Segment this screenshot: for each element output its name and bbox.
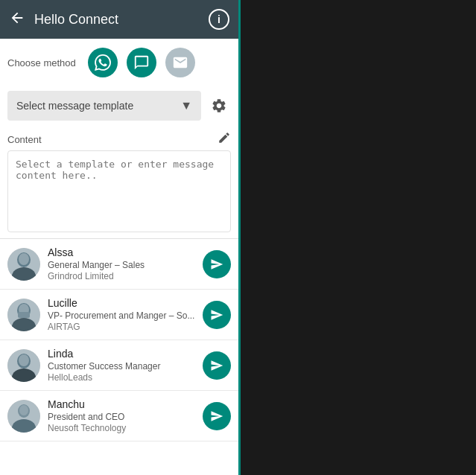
- avatar: [7, 349, 40, 382]
- contact-item: Linda Customer Success Manager HelloLead…: [0, 340, 238, 391]
- contact-info: Linda Customer Success Manager HelloLead…: [48, 348, 195, 383]
- choose-method-label: Choose method: [7, 57, 76, 68]
- contact-item: Manchu President and CEO Neusoft Technol…: [0, 391, 238, 441]
- svg-point-16: [19, 405, 28, 415]
- app-panel: Hello Connect i Choose method Select mes…: [0, 0, 238, 475]
- contact-company: Neusoft Technology: [48, 423, 195, 433]
- contact-role: General Manger – Sales: [48, 260, 195, 270]
- contact-info: Lucille VP- Procurement and Manger – So.…: [48, 297, 195, 332]
- contact-company: AIRTAG: [48, 322, 195, 332]
- method-icons: [88, 48, 195, 77]
- contact-info: Alssa General Manger – Sales Grindrod Li…: [48, 246, 195, 281]
- contact-company: Grindrod Limited: [48, 271, 195, 281]
- template-row: Select message template ▼: [0, 86, 238, 125]
- back-button[interactable]: [9, 10, 25, 30]
- email-button[interactable]: [165, 48, 195, 77]
- contact-role: Customer Success Manager: [48, 361, 195, 372]
- contact-info: Manchu President and CEO Neusoft Technol…: [48, 398, 195, 433]
- contact-name: Lucille: [48, 297, 195, 309]
- content-header: Content: [0, 125, 238, 150]
- svg-point-12: [19, 354, 29, 366]
- header: Hello Connect i: [0, 0, 238, 39]
- contact-name: Alssa: [48, 246, 195, 258]
- avatar: [7, 400, 40, 433]
- contact-role: President and CEO: [48, 412, 195, 422]
- content-label: Content: [7, 134, 42, 145]
- template-dropdown[interactable]: Select message template ▼: [7, 91, 201, 121]
- header-title: Hello Connect: [34, 12, 209, 28]
- choose-method-section: Choose method: [0, 39, 238, 86]
- svg-point-3: [19, 253, 29, 265]
- contact-name: Linda: [48, 348, 195, 360]
- right-panel: [238, 0, 476, 475]
- send-button[interactable]: [203, 402, 231, 430]
- avatar: [7, 248, 40, 281]
- whatsapp-button[interactable]: [88, 48, 118, 77]
- edit-content-button[interactable]: [218, 131, 231, 147]
- chevron-down-icon: ▼: [180, 99, 192, 112]
- info-button[interactable]: i: [209, 9, 229, 30]
- contact-item: Alssa General Manger – Sales Grindrod Li…: [0, 239, 238, 290]
- contact-role: VP- Procurement and Manger – So...: [48, 310, 195, 321]
- sms-button[interactable]: [127, 48, 156, 77]
- send-button[interactable]: [203, 301, 231, 329]
- template-settings-button[interactable]: [207, 94, 231, 118]
- send-button[interactable]: [203, 351, 231, 380]
- contact-name: Manchu: [48, 398, 195, 410]
- contact-item: Lucille VP- Procurement and Manger – So.…: [0, 290, 238, 340]
- content-textarea[interactable]: [7, 150, 231, 232]
- send-button[interactable]: [203, 250, 231, 278]
- avatar: [7, 299, 40, 331]
- contacts-list: Alssa General Manger – Sales Grindrod Li…: [0, 239, 238, 475]
- svg-rect-8: [18, 312, 30, 318]
- teal-divider: [238, 0, 241, 475]
- contact-company: HelloLeads: [48, 372, 195, 383]
- template-dropdown-label: Select message template: [16, 100, 133, 112]
